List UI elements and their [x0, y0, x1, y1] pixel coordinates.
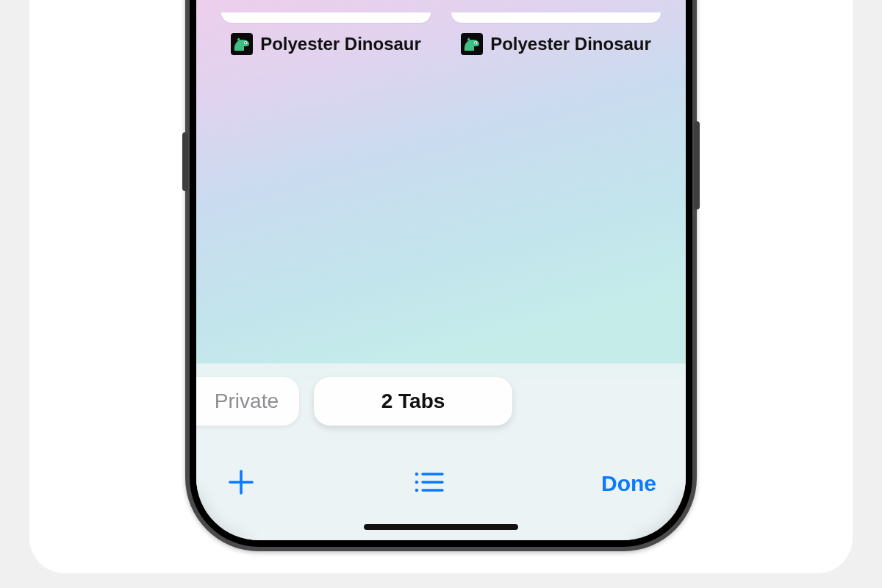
tabs-bottom-bar: Private 2 Tabs [196, 363, 686, 540]
done-button-label: Done [601, 471, 656, 496]
tab-label-row: Polyester Dinosaur [221, 33, 431, 55]
tab-preview-card[interactable] [451, 12, 661, 23]
tabs-toolbar: Done [196, 458, 686, 509]
done-button[interactable]: Done [601, 471, 656, 496]
tab-label-row: Polyester Dinosaur [451, 33, 661, 55]
new-tab-button[interactable] [226, 467, 257, 501]
wallpaper-gradient [196, 0, 686, 371]
tab-thumbnail[interactable]: Polyester Dinosaur [451, 12, 661, 55]
dinosaur-icon [231, 33, 253, 55]
list-bullet-icon [413, 470, 445, 498]
tab-group-picker[interactable]: Private 2 Tabs [196, 377, 512, 426]
tab-groups-menu-button[interactable] [413, 470, 445, 498]
svg-point-6 [415, 473, 418, 476]
tab-group-active-label: 2 Tabs [381, 390, 445, 413]
dinosaur-icon [461, 33, 483, 55]
tab-group-private[interactable]: Private [196, 377, 299, 426]
tab-thumbnail[interactable]: Polyester Dinosaur [221, 12, 431, 55]
tabs-grid: Polyester Dinosaur [196, 12, 686, 55]
tab-preview-card[interactable] [221, 12, 431, 23]
phone-frame: Polyester Dinosaur [185, 0, 697, 551]
tab-group-private-label: Private [215, 390, 279, 413]
svg-point-3 [475, 42, 476, 43]
tab-group-active[interactable]: 2 Tabs [314, 377, 512, 426]
phone-side-button-right [694, 121, 700, 209]
svg-point-7 [415, 481, 418, 484]
tab-title: Polyester Dinosaur [490, 34, 651, 54]
svg-point-8 [415, 489, 418, 492]
safari-tab-overview-screen: Polyester Dinosaur [196, 0, 686, 540]
tab-title: Polyester Dinosaur [260, 34, 421, 54]
phone-side-button-left [182, 132, 188, 191]
svg-point-1 [245, 42, 246, 43]
plus-icon [226, 467, 257, 501]
home-indicator[interactable] [364, 524, 518, 530]
